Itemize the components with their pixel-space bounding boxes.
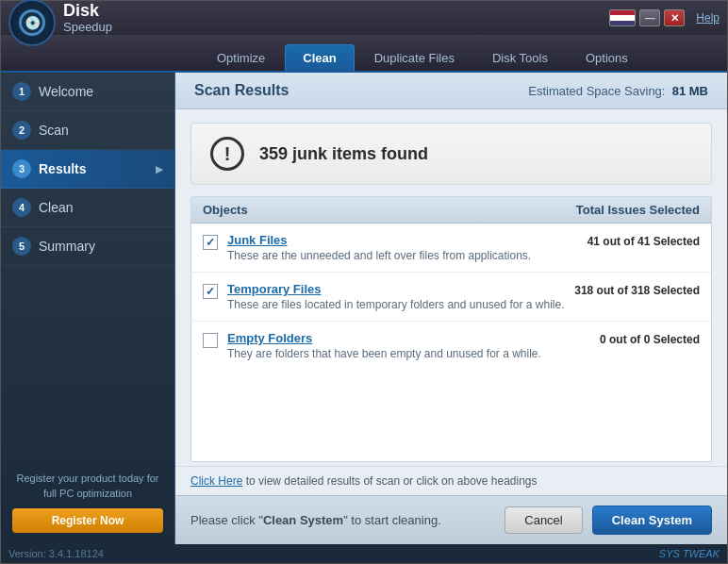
logo-inner: 💿 xyxy=(19,9,45,36)
space-saving-label: Estimated Space Saving: xyxy=(528,84,665,98)
main-layout: 1 Welcome 2 Scan 3 Results ▶ 4 xyxy=(1,73,727,544)
sidebar-label-clean: Clean xyxy=(39,200,74,215)
sidebar-item-clean[interactable]: 4 Clean xyxy=(1,189,174,227)
window-frame: 💿 Disk Speedup — ✕ Help Optimize Clean D… xyxy=(0,0,728,564)
temporary-files-title[interactable]: Temporary Files xyxy=(227,282,565,296)
version-text: Version: 3.4.1.18124 xyxy=(8,548,104,559)
tab-disk-tools[interactable]: Disk Tools xyxy=(474,44,566,71)
sidebar-num-clean: 4 xyxy=(12,198,31,217)
page-title: Scan Results xyxy=(194,82,289,99)
results-arrow-icon: ▶ xyxy=(156,164,163,174)
app-title-line2: Speedup xyxy=(63,20,112,34)
sidebar-label-welcome: Welcome xyxy=(39,84,93,99)
footer-text-bold: Clean System xyxy=(263,513,343,527)
clean-system-button[interactable]: Clean System xyxy=(592,506,712,535)
temporary-files-count: 318 out of 318 Selected xyxy=(574,284,700,297)
sidebar-label-scan: Scan xyxy=(39,123,69,138)
sidebar-bottom: Register your product today for full PC … xyxy=(1,460,174,544)
title-bar: 💿 Disk Speedup — ✕ Help xyxy=(1,1,727,35)
col-issues-label: Total Issues Selected xyxy=(576,203,700,217)
space-saving-info: Estimated Space Saving: 81 MB xyxy=(528,84,708,98)
sidebar-item-welcome[interactable]: 1 Welcome xyxy=(1,73,174,111)
col-objects-label: Objects xyxy=(203,203,248,217)
sidebar: 1 Welcome 2 Scan 3 Results ▶ 4 xyxy=(1,73,175,544)
table-row: Junk Files These are the unneeded and le… xyxy=(191,224,711,273)
sidebar-label-summary: Summary xyxy=(39,239,95,254)
sidebar-num-scan: 2 xyxy=(12,121,31,140)
space-saving-value: 81 MB xyxy=(672,84,708,98)
junk-files-checkbox[interactable] xyxy=(203,235,218,250)
junk-files-title[interactable]: Junk Files xyxy=(227,233,578,247)
sidebar-num-welcome: 1 xyxy=(12,82,31,101)
table-row: Empty Folders They are folders that have… xyxy=(191,322,711,370)
tab-options[interactable]: Options xyxy=(568,44,646,71)
click-here-text: to view detailed results of scan or clic… xyxy=(246,474,538,488)
close-button[interactable]: ✕ xyxy=(664,9,685,26)
sidebar-item-scan[interactable]: 2 Scan xyxy=(1,111,174,150)
sidebar-item-summary[interactable]: 5 Summary xyxy=(1,227,174,266)
table-header: Objects Total Issues Selected xyxy=(191,197,711,224)
app-logo: 💿 xyxy=(8,0,56,46)
nav-tabs: Optimize Clean Duplicate Files Disk Tool… xyxy=(1,35,727,73)
empty-folders-desc: They are folders that have been empty an… xyxy=(227,347,590,360)
footer-text-post: " to start cleaning. xyxy=(343,513,441,527)
brand-label: SYS TWEAK xyxy=(659,548,720,559)
junk-found-banner: ! 359 junk items found xyxy=(190,123,712,185)
warning-icon: ! xyxy=(210,137,244,171)
title-bar-controls: — ✕ Help xyxy=(609,9,720,26)
app-title-line1: Disk xyxy=(63,2,112,21)
empty-folders-title[interactable]: Empty Folders xyxy=(227,331,590,345)
help-link[interactable]: Help xyxy=(696,11,720,25)
table-row: Temporary Files These are files located … xyxy=(191,273,711,322)
register-promo-text: Register your product today for full PC … xyxy=(12,472,163,501)
app-name: Disk Speedup xyxy=(63,2,112,35)
register-now-button[interactable]: Register Now xyxy=(12,508,163,533)
sidebar-num-results: 3 xyxy=(12,159,31,178)
junk-files-desc: These are the unneeded and left over fil… xyxy=(227,249,578,262)
flag-button[interactable] xyxy=(609,9,636,26)
brand-text: SYS TWEAK xyxy=(659,548,720,559)
content-header: Scan Results Estimated Space Saving: 81 … xyxy=(175,73,727,109)
temporary-files-checkbox[interactable] xyxy=(203,284,218,299)
junk-count-text: 359 junk items found xyxy=(259,144,428,164)
footer-buttons: Cancel Clean System xyxy=(505,506,712,535)
footer-text-pre: Please click " xyxy=(190,513,263,527)
junk-files-count: 41 out of 41 Selected xyxy=(587,235,700,248)
empty-folders-content: Empty Folders They are folders that have… xyxy=(227,331,590,360)
click-here-link[interactable]: Click Here xyxy=(190,474,242,488)
temporary-files-desc: These are files located in temporary fol… xyxy=(227,298,565,311)
content-footer: Please click "Clean System" to start cle… xyxy=(175,495,727,544)
content-area: Scan Results Estimated Space Saving: 81 … xyxy=(175,73,727,495)
tab-duplicate-files[interactable]: Duplicate Files xyxy=(356,44,472,71)
empty-folders-checkbox[interactable] xyxy=(203,333,218,348)
minimize-button[interactable]: — xyxy=(639,9,660,26)
temporary-files-content: Temporary Files These are files located … xyxy=(227,282,565,311)
tab-optimize[interactable]: Optimize xyxy=(199,44,283,71)
results-table: Objects Total Issues Selected Junk Files… xyxy=(190,196,712,462)
tab-clean[interactable]: Clean xyxy=(285,44,354,71)
junk-files-content: Junk Files These are the unneeded and le… xyxy=(227,233,578,262)
click-here-row: Click Here to view detailed results of s… xyxy=(175,466,727,495)
footer-instruction: Please click "Clean System" to start cle… xyxy=(190,513,441,527)
bottom-bar: Version: 3.4.1.18124 SYS TWEAK xyxy=(1,544,727,563)
cancel-button[interactable]: Cancel xyxy=(505,506,582,534)
sidebar-item-results[interactable]: 3 Results ▶ xyxy=(1,150,174,189)
sidebar-label-results: Results xyxy=(39,161,87,176)
sidebar-num-summary: 5 xyxy=(12,237,31,256)
empty-folders-count: 0 out of 0 Selected xyxy=(600,333,700,346)
